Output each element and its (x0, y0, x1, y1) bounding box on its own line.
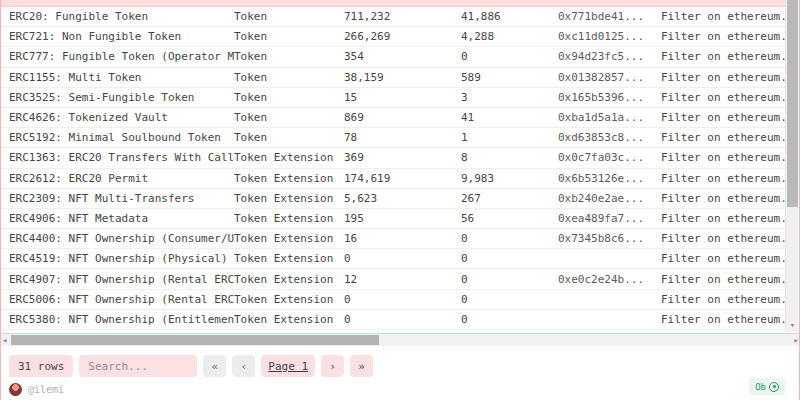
cell-address: 0xe0c2e24b... (558, 273, 661, 286)
cell-address: 0x165b5396... (558, 91, 661, 104)
cell-type: Token (234, 10, 344, 23)
scroll-right-icon[interactable]: ▸ (794, 335, 799, 346)
cell-standard-name: ERC1155: Multi Token (9, 71, 234, 84)
pagination-bar: 31 rows « ‹ Page 1 › » (9, 355, 373, 377)
table-row[interactable]: ERC4626: Tokenized Vault Token 869 41 0x… (1, 108, 787, 128)
cell-count-a: 369 (344, 151, 461, 164)
vertical-scrollbar[interactable]: ▾ (785, 0, 798, 332)
cell-count-a: 5,623 (344, 192, 461, 205)
table-row[interactable]: ERC721: Non Fungible Token Token 266,269… (1, 27, 787, 47)
cell-count-a: 16 (344, 232, 461, 245)
table-row[interactable]: ERC2612: ERC20 Permit Token Extension 17… (1, 169, 787, 189)
cell-filter: Filter on ethereum.logs t (661, 293, 787, 306)
table-row[interactable]: ERC5380: NFT Ownership (Entitlements) To… (1, 310, 787, 330)
table-row[interactable]: ERC1155: Multi Token Token 38,159 589 0x… (1, 68, 787, 88)
cell-filter: Filter on ethereum.logs t (661, 71, 787, 84)
scroll-down-icon[interactable]: ▾ (786, 320, 799, 330)
cell-count-a: 38,159 (344, 71, 461, 84)
observable-badge-label: Ob (755, 382, 766, 392)
cell-filter: Filter on ethereum.logs t (661, 232, 787, 245)
cell-count-b: 1 (461, 131, 558, 144)
cell-standard-name: ERC4519: NFT Ownership (Physical) (9, 252, 234, 265)
cell-count-b: 0 (461, 252, 558, 265)
cell-count-a: 266,269 (344, 30, 461, 43)
cell-count-a: 0 (344, 293, 461, 306)
cell-standard-name: ERC1363: ERC20 Transfers With Calls (9, 151, 234, 164)
cell-filter: Filter on ethereum.traces (661, 151, 787, 164)
pagination-prev-button[interactable]: ‹ (232, 355, 255, 377)
cell-count-a: 174,619 (344, 172, 461, 185)
cell-standard-name: ERC4906: NFT Metadata (9, 212, 234, 225)
cell-count-b: 267 (461, 192, 558, 205)
cell-type: Token (234, 50, 344, 63)
cell-address: 0xb240e2ae... (558, 192, 661, 205)
cell-count-a: 78 (344, 131, 461, 144)
cell-type: Token Extension (234, 151, 344, 164)
cell-standard-name: ERC5192: Minimal Soulbound Token (9, 131, 234, 144)
vertical-scrollbar-thumb[interactable] (787, 0, 798, 207)
cell-count-b: 0 (461, 293, 558, 306)
cell-address: 0x94d23fc5... (558, 50, 661, 63)
cell-type: Token Extension (234, 252, 344, 265)
cell-type: Token (234, 91, 344, 104)
attribution-footer: @ilemi (9, 383, 64, 396)
table-row[interactable]: ERC20: Fungible Token Token 711,232 41,8… (1, 7, 787, 27)
cell-standard-name: ERC5006: NFT Ownership (Rental ERC1155) (9, 293, 234, 306)
cell-type: Token (234, 111, 344, 124)
token-standards-table: ERC20: Fungible Token Token 711,232 41,8… (1, 0, 787, 330)
search-input[interactable] (79, 355, 197, 377)
scroll-left-icon[interactable]: ◂ (2, 335, 7, 346)
cell-filter: Filter on ethereum.logs t (661, 111, 787, 124)
user-avatar[interactable] (9, 383, 22, 396)
horizontal-scrollbar[interactable]: ◂ ▸ (1, 333, 800, 346)
cell-count-a: 711,232 (344, 10, 461, 23)
table-row[interactable]: ERC5192: Minimal Soulbound Token Token 7… (1, 128, 787, 148)
horizontal-scrollbar-thumb[interactable] (11, 335, 379, 345)
cell-type: Token Extension (234, 212, 344, 225)
cell-type: Token Extension (234, 232, 344, 245)
cell-count-a: 869 (344, 111, 461, 124)
table-row[interactable]: ERC4907: NFT Ownership (Rental ERC721) T… (1, 269, 787, 289)
cell-address: 0xc11d0125... (558, 30, 661, 43)
cell-address: 0xba1d5a1a... (558, 111, 661, 124)
row-count-badge: 31 rows (9, 355, 73, 377)
cell-address: 0x01382857... (558, 71, 661, 84)
pagination-last-button[interactable]: » (350, 355, 373, 377)
table-row[interactable]: ERC2309: NFT Multi-Transfers Token Exten… (1, 189, 787, 209)
observable-badge[interactable]: Ob (749, 378, 785, 395)
table-row[interactable]: ERC3525: Semi-Fungible Token Token 15 3 … (1, 88, 787, 108)
cell-filter: Filter on ethereum.logs t (661, 91, 787, 104)
cell-address: 0xea489fa7... (558, 212, 661, 225)
table-row[interactable]: ERC1363: ERC20 Transfers With Calls Toke… (1, 148, 787, 168)
current-page-label: Page 1 (268, 360, 308, 373)
cell-count-b: 56 (461, 212, 558, 225)
cell-standard-name: ERC3525: Semi-Fungible Token (9, 91, 234, 104)
cell-address: 0xd63853c8... (558, 131, 661, 144)
cell-standard-name: ERC2612: ERC20 Permit (9, 172, 234, 185)
cell-count-b: 4,288 (461, 30, 558, 43)
table-row[interactable]: ERC5006: NFT Ownership (Rental ERC1155) … (1, 290, 787, 310)
username-link[interactable]: @ilemi (28, 384, 64, 395)
cell-count-a: 15 (344, 91, 461, 104)
cell-count-b: 0 (461, 232, 558, 245)
cell-address: 0x6b53126e... (558, 172, 661, 185)
table-body: ERC20: Fungible Token Token 711,232 41,8… (1, 7, 787, 330)
table-row[interactable]: ERC4400: NFT Ownership (Consumer/Utility… (1, 229, 787, 249)
pagination-first-button[interactable]: « (203, 355, 226, 377)
pagination-page-button[interactable]: Page 1 (261, 355, 315, 377)
cell-address: 0x7345b8c6... (558, 232, 661, 245)
table-header-strip (1, 0, 787, 7)
cell-count-b: 9,983 (461, 172, 558, 185)
cell-count-a: 0 (344, 252, 461, 265)
cell-count-a: 195 (344, 212, 461, 225)
cell-count-b: 41 (461, 111, 558, 124)
table-row[interactable]: ERC4519: NFT Ownership (Physical) Token … (1, 249, 787, 269)
table-row[interactable]: ERC777: Fungible Token (Operator Managed… (1, 47, 787, 67)
table-row[interactable]: ERC4906: NFT Metadata Token Extension 19… (1, 209, 787, 229)
pagination-next-button[interactable]: › (321, 355, 344, 377)
cell-count-b: 3 (461, 91, 558, 104)
cell-filter: Filter on ethereum.logs t (661, 131, 787, 144)
cell-standard-name: ERC4907: NFT Ownership (Rental ERC721) (9, 273, 234, 286)
cell-filter: Filter on ethereum.logs t (661, 30, 787, 43)
cell-filter: Filter on ethereum.logs t (661, 252, 787, 265)
